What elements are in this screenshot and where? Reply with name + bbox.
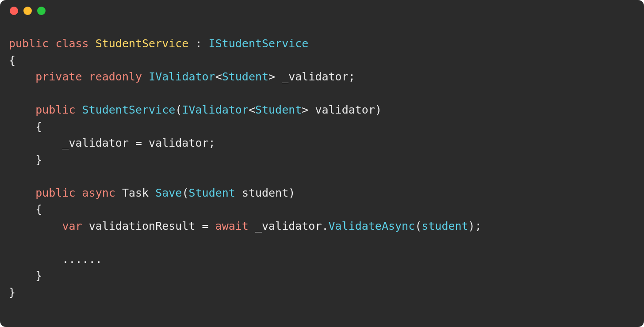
semicolon: ; xyxy=(475,220,482,232)
semicolon: ; xyxy=(349,70,355,83)
angle-close: > xyxy=(302,103,308,116)
zoom-icon[interactable] xyxy=(37,7,46,15)
param-name: validator xyxy=(308,103,375,116)
paren-open: ( xyxy=(415,220,422,232)
keyword-var: var xyxy=(62,220,82,232)
param-name: student xyxy=(235,186,288,199)
call-target: _validator xyxy=(249,220,322,232)
close-brace: } xyxy=(35,153,42,166)
open-brace: { xyxy=(35,203,42,216)
close-icon[interactable] xyxy=(10,7,18,15)
paren-close: ) xyxy=(288,186,295,199)
paren-close: ) xyxy=(375,103,382,116)
local-var: validationResult xyxy=(82,220,196,232)
keyword-public: public xyxy=(35,186,75,199)
code-area: public class StudentService : IStudentSe… xyxy=(0,21,644,309)
equals: = xyxy=(129,137,149,149)
argument: student xyxy=(422,220,468,232)
assign-rhs: validator xyxy=(149,137,208,149)
code-content: public class StudentService : IStudentSe… xyxy=(9,35,635,300)
type-ivalidator: IValidator xyxy=(182,103,249,116)
colon: : xyxy=(188,37,208,50)
type-ivalidator: IValidator xyxy=(149,70,215,83)
title-bar xyxy=(0,0,644,21)
close-brace: } xyxy=(9,286,15,299)
angle-open: < xyxy=(215,70,222,83)
open-brace: { xyxy=(35,120,42,133)
keyword-async: async xyxy=(82,186,115,199)
type-student: Student xyxy=(222,70,268,83)
paren-open: ( xyxy=(175,103,182,116)
class-name: StudentService xyxy=(96,37,189,50)
assign-lhs: _validator xyxy=(62,137,129,149)
keyword-await: await xyxy=(215,220,249,232)
dot: . xyxy=(322,220,328,232)
keyword-readonly: readonly xyxy=(89,70,142,83)
type-student: Student xyxy=(188,186,235,199)
ellipsis: ...... xyxy=(62,253,102,266)
semicolon: ; xyxy=(209,137,215,149)
close-brace: } xyxy=(35,269,42,282)
code-window: public class StudentService : IStudentSe… xyxy=(0,0,644,327)
keyword-public: public xyxy=(35,103,75,116)
equals: = xyxy=(195,220,215,232)
open-brace: { xyxy=(9,54,15,67)
type-task: Task xyxy=(122,186,149,199)
constructor-name: StudentService xyxy=(82,103,176,116)
angle-open: < xyxy=(249,103,255,116)
field-name: _validator xyxy=(275,70,349,83)
keyword-private: private xyxy=(35,70,82,83)
keyword-public: public xyxy=(9,37,49,50)
minimize-icon[interactable] xyxy=(23,7,32,15)
type-student: Student xyxy=(255,103,302,116)
method-name: Save xyxy=(155,186,182,199)
angle-close: > xyxy=(268,70,275,83)
interface-name: IStudentService xyxy=(209,37,309,50)
paren-open: ( xyxy=(182,186,188,199)
keyword-class: class xyxy=(55,37,88,50)
paren-close: ) xyxy=(468,220,475,232)
method-call: ValidateAsync xyxy=(329,220,415,232)
